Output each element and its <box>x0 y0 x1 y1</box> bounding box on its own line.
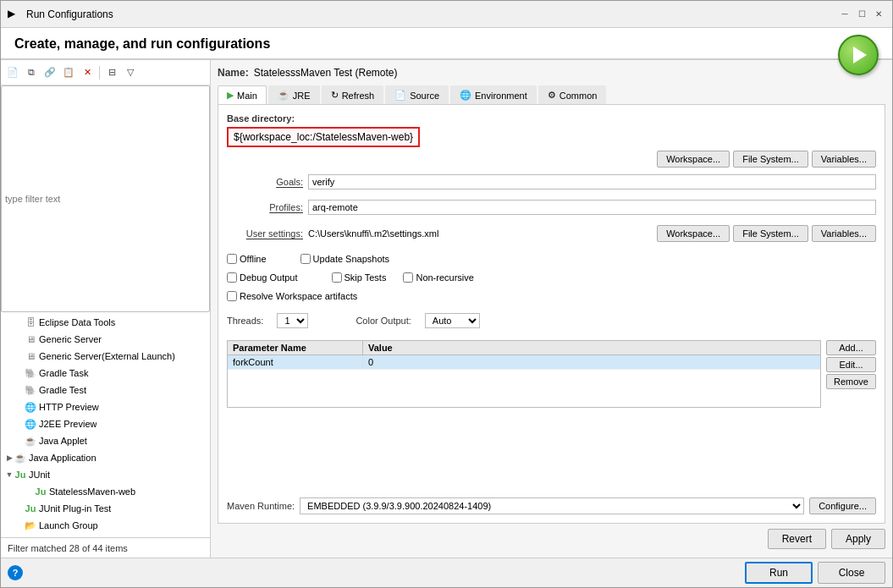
update-snapshots-input[interactable] <box>300 254 311 264</box>
window-icon: ▶ <box>8 8 21 21</box>
run-icon <box>853 47 867 63</box>
variables-button-2[interactable]: Variables... <box>812 225 876 242</box>
help-button[interactable]: ? <box>8 565 23 580</box>
workspace-button-1[interactable]: Workspace... <box>657 151 730 168</box>
configure-button[interactable]: Configure... <box>809 497 876 514</box>
item-label: StatelessMaven-web <box>49 486 135 497</box>
item-label: Eclipse Data Tools <box>39 317 115 327</box>
filesystem-button-2[interactable]: File System... <box>733 225 808 242</box>
name-label: Name: <box>218 67 249 79</box>
left-toolbar: 📄 ⧉ 🔗 📋 ✕ ⊟ ▽ <box>1 60 210 85</box>
close-button[interactable]: ✕ <box>872 8 885 21</box>
tree-item-junit[interactable]: ▼ Ju JUnit <box>1 466 210 483</box>
filter-status: Filter matched 28 of 44 items <box>8 543 128 553</box>
delete-button[interactable]: ✕ <box>79 64 96 81</box>
move-button[interactable]: 📋 <box>60 64 77 81</box>
footer-buttons: Run Close <box>745 562 885 584</box>
maven-runtime-select[interactable]: EMBEDDED (3.9.9/3.9.900.20240824-1409) <box>300 497 804 514</box>
params-cell-value: 0 <box>363 355 820 369</box>
item-label: Java Applet <box>39 436 87 446</box>
minimize-button[interactable]: ─ <box>838 8 852 21</box>
link-button[interactable]: 🔗 <box>41 64 58 81</box>
params-row-0[interactable]: forkCount 0 <box>228 355 820 370</box>
add-param-button[interactable]: Add... <box>826 340 876 355</box>
tree-item-generic-server[interactable]: 🖥 Generic Server <box>1 331 210 348</box>
maximize-button[interactable]: ☐ <box>855 8 868 21</box>
item-icon: 🗄 <box>25 316 36 328</box>
skip-tests-checkbox[interactable]: Skip Tests <box>332 272 387 283</box>
non-recursive-input[interactable] <box>403 272 413 283</box>
item-icon: 🐘 <box>25 384 36 396</box>
params-header: Parameter Name Value <box>228 341 820 355</box>
workspace-button-2[interactable]: Workspace... <box>657 225 730 242</box>
tab-main[interactable]: ▶ Main <box>218 85 267 104</box>
profiles-label: Profiles: <box>227 202 303 212</box>
config-tree: 🗄 Eclipse Data Tools 🖥 Generic Server 🖥 … <box>1 312 210 537</box>
base-directory-value[interactable]: ${workspace_loc:/StatelessMaven-web} <box>227 127 420 147</box>
tab-common[interactable]: ⚙ Common <box>538 85 607 104</box>
run-config-button[interactable]: Run <box>745 562 813 584</box>
color-output-select[interactable]: Auto Always Never <box>425 313 480 328</box>
tree-item-gradle-task[interactable]: 🐘 Gradle Task <box>1 365 210 382</box>
item-icon: 🌐 <box>25 418 36 430</box>
offline-checkbox[interactable]: Offline <box>227 254 267 264</box>
revert-button[interactable]: Revert <box>768 529 826 549</box>
tree-item-java-application[interactable]: ▶ ☕ Java Application <box>1 449 210 466</box>
tree-item-gradle-test[interactable]: 🐘 Gradle Test <box>1 382 210 398</box>
resolve-workspace-label: Resolve Workspace artifacts <box>240 291 357 301</box>
filesystem-button-1[interactable]: File System... <box>733 151 808 168</box>
new-config-button[interactable]: 📄 <box>4 64 21 81</box>
goals-input[interactable] <box>308 174 876 190</box>
edit-param-button[interactable]: Edit... <box>826 357 876 372</box>
profiles-input[interactable] <box>308 200 876 215</box>
item-label: Generic Server(External Launch) <box>39 351 175 361</box>
non-recursive-checkbox[interactable]: Non-recursive <box>403 272 473 283</box>
expand-icon[interactable]: ▶ <box>4 453 14 463</box>
collapse-button[interactable]: ⊟ <box>103 64 120 81</box>
debug-output-input[interactable] <box>227 272 237 283</box>
tab-refresh[interactable]: ↻ Refresh <box>322 85 384 104</box>
resolve-workspace-checkbox[interactable]: Resolve Workspace artifacts <box>227 291 357 301</box>
tree-item-statelessmaven-web[interactable]: Ju StatelessMaven-web <box>1 483 210 500</box>
tree-item-http-preview[interactable]: 🌐 HTTP Preview <box>1 398 210 415</box>
debug-output-checkbox[interactable]: Debug Output <box>227 272 298 283</box>
item-label: Gradle Test <box>39 385 86 395</box>
tab-jre[interactable]: ☕ JRE <box>268 85 320 104</box>
tree-item-launch-group[interactable]: 📂 Launch Group <box>1 517 210 534</box>
tree-item-java-applet[interactable]: ☕ Java Applet <box>1 432 210 449</box>
close-button[interactable]: Close <box>818 562 885 584</box>
filter-input[interactable] <box>1 85 210 312</box>
tree-item-junit-plugin[interactable]: Ju JUnit Plug-in Test <box>1 500 210 517</box>
item-icon: 🖥 <box>25 350 36 362</box>
resolve-workspace-input[interactable] <box>227 291 237 301</box>
params-col-name: Parameter Name <box>228 341 363 354</box>
base-directory-input-area: ${workspace_loc:/StatelessMaven-web} <box>227 127 876 147</box>
item-label: Java Application <box>29 453 96 463</box>
update-snapshots-checkbox[interactable]: Update Snapshots <box>300 254 390 264</box>
tree-item-eclipse-data-tools[interactable]: 🗄 Eclipse Data Tools <box>1 314 210 331</box>
remove-param-button[interactable]: Remove <box>826 374 876 389</box>
apply-button[interactable]: Apply <box>831 529 885 549</box>
user-settings-label: User settings: <box>227 228 303 239</box>
variables-button-1[interactable]: Variables... <box>812 151 876 168</box>
user-settings-buttons: Workspace... File System... Variables... <box>657 225 876 242</box>
duplicate-button[interactable]: ⧉ <box>23 64 40 81</box>
filter-button[interactable]: ▽ <box>122 64 139 81</box>
offline-checkbox-input[interactable] <box>227 254 237 264</box>
tree-item-generic-server-ext[interactable]: 🖥 Generic Server(External Launch) <box>1 348 210 365</box>
threads-select[interactable]: 1 2 4 <box>277 313 308 328</box>
skip-tests-input[interactable] <box>332 272 342 283</box>
skip-tests-label: Skip Tests <box>345 272 387 283</box>
item-icon: Ju <box>25 503 36 514</box>
non-recursive-label: Non-recursive <box>416 272 473 283</box>
header-title: Create, manage, and run configurations <box>14 36 270 51</box>
tab-environment[interactable]: 🌐 Environment <box>450 85 537 104</box>
expand-icon[interactable]: ▼ <box>4 470 14 480</box>
tree-item-j2ee-preview[interactable]: 🌐 J2EE Preview <box>1 415 210 432</box>
tab-source[interactable]: 📄 Source <box>385 85 449 104</box>
profiles-row: Profiles: <box>227 200 876 215</box>
title-bar-text: Run Configurations <box>26 8 838 20</box>
tab-common-label: Common <box>560 91 598 101</box>
run-button[interactable] <box>838 35 879 75</box>
tab-jre-label: JRE <box>293 91 311 101</box>
